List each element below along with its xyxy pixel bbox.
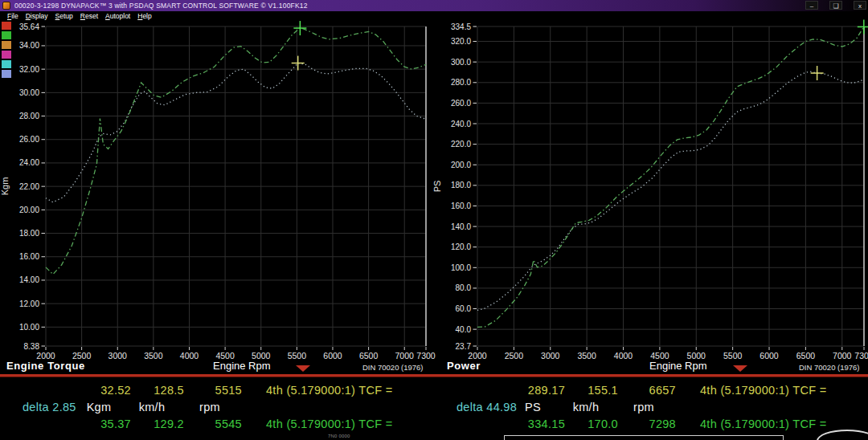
power-run1-gear: 4th (5.179000:1) TCF =: [700, 384, 826, 397]
power-run2-gear: 4th (5.179000:1) TCF =: [700, 418, 826, 430]
svg-text:6000: 6000: [760, 351, 779, 361]
menu-item-reset[interactable]: Reset: [80, 12, 98, 20]
torque-run1-rpm: 5515: [178, 384, 242, 397]
svg-text:35.64: 35.64: [19, 22, 39, 31]
svg-text:4000: 4000: [180, 351, 199, 361]
svg-text:30.00: 30.00: [19, 88, 39, 97]
torque-run1-gear: 4th (5.179000:1) TCF =: [266, 384, 392, 397]
svg-text:300.0: 300.0: [451, 58, 471, 67]
menu-item-display[interactable]: Display: [26, 12, 48, 20]
svg-text:20.00: 20.00: [19, 206, 39, 214]
svg-text:240.0: 240.0: [451, 120, 471, 128]
svg-text:14.00: 14.00: [19, 275, 39, 284]
red-divider-shadow: [0, 377, 868, 377]
torque-rpm-dropdown-arrow-icon[interactable]: [296, 365, 310, 372]
app-window: 00020-3-1298 DYNAPACK™ 3 with PSDAQ SMAR…: [0, 0, 868, 440]
power-unit-rpm: rpm: [612, 401, 676, 414]
svg-text:120.0: 120.0: [451, 242, 471, 251]
svg-text:280.0: 280.0: [451, 78, 471, 87]
svg-text:60.0: 60.0: [456, 304, 472, 313]
svg-text:4000: 4000: [614, 351, 633, 361]
grid: [477, 26, 864, 346]
torque-run1-speed: 128.5: [120, 384, 184, 397]
svg-text:26.00: 26.00: [19, 135, 39, 144]
menubar: FileDisplaySetupResetAutoplotHelp: [0, 11, 868, 20]
torque-standard-label: DIN 70020 (1976): [362, 363, 424, 372]
svg-text:80.0: 80.0: [456, 283, 472, 292]
window-controls: – ❏ x: [805, 1, 866, 10]
svg-text:320.0: 320.0: [451, 37, 471, 46]
svg-text:40.0: 40.0: [456, 325, 472, 334]
svg-text:7300: 7300: [854, 351, 868, 361]
torque-xaxis-label: Engine Rpm: [213, 360, 271, 372]
svg-text:3000: 3000: [541, 351, 560, 361]
svg-text:7000: 7000: [395, 351, 415, 361]
maximize-button[interactable]: ❏: [829, 1, 842, 10]
partial-bottom-label: 7N0 0000: [328, 434, 350, 438]
cursor-cross-1[interactable]: [858, 19, 868, 34]
power-run2-speed: 170.0: [554, 418, 618, 430]
svg-text:220.0: 220.0: [451, 140, 471, 149]
svg-text:6500: 6500: [796, 351, 816, 361]
close-button[interactable]: x: [854, 1, 866, 10]
power-standard-label: DIN 70020 (1976): [799, 363, 860, 372]
power-unit-speed: km/h: [554, 401, 618, 414]
svg-text:180.0: 180.0: [451, 181, 471, 189]
torque-readout-panel: 32.52 128.5 5515 4th (5.179000:1) TCF = …: [0, 381, 434, 440]
svg-text:24.00: 24.00: [19, 158, 39, 167]
window-title: 00020-3-1298 DYNAPACK™ 3 with PSDAQ SMAR…: [14, 2, 308, 10]
svg-text:6000: 6000: [323, 351, 342, 361]
y-axis-title: Kgm: [0, 177, 10, 196]
grid: [46, 26, 426, 346]
power-run1-rpm: 6657: [612, 384, 676, 397]
svg-text:7300: 7300: [416, 351, 436, 361]
power-run1-speed: 155.1: [554, 384, 618, 397]
svg-text:260.0: 260.0: [451, 99, 471, 108]
torque-run2-gear: 4th (5.179000:1) TCF =: [266, 418, 392, 430]
svg-text:5500: 5500: [288, 351, 307, 361]
cursor-cross-1[interactable]: [293, 21, 306, 35]
svg-text:5500: 5500: [723, 351, 743, 361]
svg-text:8.38: 8.38: [24, 342, 40, 351]
menu-item-setup[interactable]: Setup: [55, 12, 73, 20]
torque-unit-speed: km/h: [120, 401, 184, 414]
svg-text:200.0: 200.0: [451, 161, 471, 169]
app-icon: [2, 2, 10, 10]
power-chart-title: Power: [447, 360, 481, 372]
torque-unit-rpm: rpm: [178, 401, 242, 414]
svg-text:22.00: 22.00: [19, 182, 39, 191]
svg-text:28.00: 28.00: [19, 112, 39, 120]
partial-bottom-box: [504, 435, 784, 440]
torque-chart-title: Engine Torque: [6, 360, 85, 372]
menu-item-file[interactable]: File: [7, 12, 18, 20]
svg-text:18.00: 18.00: [19, 229, 39, 238]
cursor-cross-0[interactable]: [292, 56, 305, 71]
power-run2-rpm: 7298: [612, 418, 676, 430]
svg-text:34.00: 34.00: [19, 41, 39, 50]
power-chart[interactable]: 2000250030003500400045005000550060006500…: [434, 20, 868, 360]
svg-text:12.00: 12.00: [19, 299, 39, 308]
svg-text:334.5: 334.5: [451, 22, 471, 31]
torque-run2-speed: 129.2: [120, 418, 184, 430]
svg-text:3000: 3000: [108, 351, 128, 361]
menu-item-help[interactable]: Help: [137, 12, 151, 20]
power-readout-panel: 289.17 155.1 6657 4th (5.179000:1) TCF =…: [434, 381, 868, 440]
minimize-button[interactable]: –: [805, 1, 818, 10]
chart-region: 2000250030003500400045005000550060006500…: [0, 20, 868, 360]
svg-text:10.00: 10.00: [19, 323, 39, 332]
svg-text:16.00: 16.00: [19, 252, 39, 261]
titlebar: 00020-3-1298 DYNAPACK™ 3 with PSDAQ SMAR…: [0, 0, 868, 11]
torque-run2-rpm: 5545: [178, 418, 242, 430]
torque-chart[interactable]: 2000250030003500400045005000550060006500…: [0, 20, 434, 360]
svg-text:160.0: 160.0: [451, 202, 471, 210]
cursor-cross-0[interactable]: [811, 66, 824, 80]
svg-text:100.0: 100.0: [451, 263, 471, 272]
svg-text:140.0: 140.0: [451, 222, 471, 231]
menu-item-autoplot[interactable]: Autoplot: [105, 12, 130, 20]
power-rpm-dropdown-arrow-icon[interactable]: [733, 365, 747, 372]
svg-text:3500: 3500: [144, 351, 163, 361]
svg-text:7000: 7000: [833, 351, 852, 361]
svg-text:6500: 6500: [359, 351, 379, 361]
svg-text:3500: 3500: [577, 351, 596, 361]
y-axis-title: PS: [432, 181, 442, 193]
